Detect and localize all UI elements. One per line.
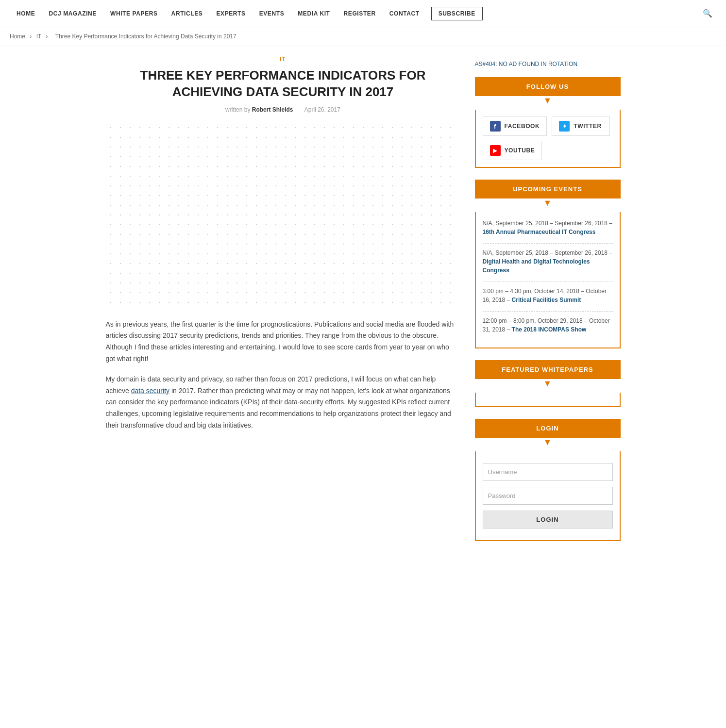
event-divider-1 (483, 243, 613, 244)
nav-register[interactable]: REGISTER (337, 1, 383, 26)
login-widget: LOGIN ▼ LOGIN (475, 419, 621, 541)
sidebar: AS#404: NO AD FOUND IN ROTATION FOLLOW U… (475, 56, 621, 553)
nav-events[interactable]: EVENTS (253, 1, 291, 26)
follow-us-header: FOLLOW US (475, 77, 621, 96)
article-category: IT (106, 56, 460, 63)
main-nav: HOME DCJ MAGAZINE WHITE PAPERS ARTICLES … (0, 0, 726, 27)
article-image (106, 123, 460, 307)
login-body: LOGIN (475, 451, 621, 541)
twitter-button[interactable]: ✦ TWITTER (552, 116, 610, 136)
upcoming-events-widget: UPCOMING EVENTS ▼ N/A, September 25, 201… (475, 180, 621, 348)
nav-dcj[interactable]: DCJ MAGAZINE (42, 1, 103, 26)
event-divider-3 (483, 311, 613, 312)
youtube-button[interactable]: ▶ YOUTUBE (483, 141, 542, 160)
event-4-link[interactable]: The 2018 INCOMPAS Show (512, 326, 587, 333)
article-author: Robert Shields (252, 106, 293, 113)
event-item-4: 12:00 pm – 8:00 pm, October 29, 2018 – O… (483, 316, 613, 334)
login-form: LOGIN (483, 458, 613, 533)
search-icon[interactable]: 🔍 (699, 0, 716, 27)
facebook-label: FACEBOOK (505, 123, 540, 130)
nav-contact[interactable]: CONTACT (383, 1, 426, 26)
breadcrumb-home[interactable]: Home (10, 33, 25, 40)
page-container: IT THREE KEY PERFORMANCE INDICATORS FOR … (96, 46, 630, 563)
username-input[interactable] (483, 463, 613, 481)
featured-whitepapers-header: FEATURED WHITEPAPERS (475, 360, 621, 379)
article-meta: written by Robert Shields April 26, 2017 (106, 106, 460, 113)
event-item-1: N/A, September 25, 2018 – September 26, … (483, 219, 613, 236)
article-date: April 26, 2017 (304, 106, 340, 113)
article-paragraph-1: As in previous years, the first quarter … (106, 319, 460, 365)
breadcrumb-sep2: › (46, 33, 48, 40)
login-header: LOGIN (475, 419, 621, 438)
event-2-link[interactable]: Digital Health and Digital Technologies … (483, 258, 590, 274)
nav-articles[interactable]: ARTICLES (165, 1, 210, 26)
event-item-3: 3:00 pm – 4:30 pm, October 14, 2018 – Oc… (483, 287, 613, 304)
featured-whitepapers-arrow: ▼ (475, 379, 621, 388)
follow-us-body: f FACEBOOK ✦ TWITTER ▶ YOUTUBE (475, 110, 621, 168)
event-2-date: N/A, September 25, 2018 – September 26, … (483, 249, 613, 256)
article-paragraph-2: My domain is data security and privacy, … (106, 374, 460, 431)
login-button[interactable]: LOGIN (483, 511, 613, 529)
upcoming-events-body: N/A, September 25, 2018 – September 26, … (475, 212, 621, 348)
event-3-link[interactable]: Critical Facilities Summit (512, 297, 581, 303)
upcoming-events-header: UPCOMING EVENTS (475, 180, 621, 199)
upcoming-events-arrow: ▼ (475, 199, 621, 207)
follow-us-widget: FOLLOW US ▼ f FACEBOOK ✦ TWITTER ▶ YOUTU… (475, 77, 621, 168)
data-security-link[interactable]: data security (131, 387, 169, 395)
follow-buttons: f FACEBOOK ✦ TWITTER ▶ YOUTUBE (483, 116, 613, 160)
nav-subscribe[interactable]: SUBSCRIBE (431, 7, 483, 20)
event-divider-2 (483, 281, 613, 282)
login-arrow: ▼ (475, 438, 621, 447)
breadcrumb-current: Three Key Performance Indicators for Ach… (55, 33, 236, 40)
article-body: As in previous years, the first quarter … (106, 319, 460, 431)
twitter-icon: ✦ (559, 121, 570, 132)
youtube-icon: ▶ (490, 145, 501, 156)
event-item-2: N/A, September 25, 2018 – September 26, … (483, 248, 613, 275)
nav-mediakit[interactable]: MEDIA KIT (291, 1, 337, 26)
nav-experts[interactable]: EXPERTS (209, 1, 252, 26)
breadcrumb-it[interactable]: IT (36, 33, 41, 40)
featured-whitepapers-body (475, 393, 621, 407)
main-content: IT THREE KEY PERFORMANCE INDICATORS FOR … (106, 56, 460, 553)
breadcrumb: Home › IT › Three Key Performance Indica… (0, 27, 726, 46)
breadcrumb-sep1: › (30, 33, 32, 40)
follow-us-arrow: ▼ (475, 96, 621, 105)
nav-home[interactable]: HOME (10, 1, 42, 26)
written-by-label: written by (225, 106, 250, 113)
twitter-label: TWITTER (574, 123, 602, 130)
youtube-label: YOUTUBE (505, 147, 535, 154)
nav-whitepapers[interactable]: WHITE PAPERS (103, 1, 165, 26)
ad-notice: AS#404: NO AD FOUND IN ROTATION (475, 56, 621, 67)
featured-whitepapers-widget: FEATURED WHITEPAPERS ▼ (475, 360, 621, 407)
event-1-date: N/A, September 25, 2018 – September 26, … (483, 220, 613, 227)
password-input[interactable] (483, 487, 613, 505)
facebook-icon: f (490, 121, 501, 132)
facebook-button[interactable]: f FACEBOOK (483, 116, 547, 136)
event-1-link[interactable]: 16th Annual Pharmaceutical IT Congress (483, 229, 596, 235)
article-title: THREE KEY PERFORMANCE INDICATORS FOR ACH… (106, 67, 460, 100)
